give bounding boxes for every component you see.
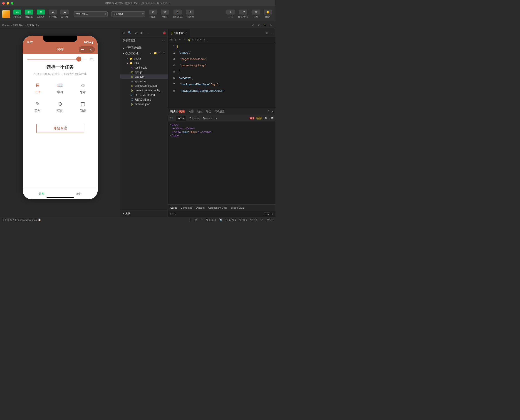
status-errors[interactable]: ⊘ 0 ⚠ 0: [206, 218, 216, 221]
editor-menu-icon[interactable]: ⋯: [271, 31, 273, 35]
messages-button[interactable]: 🔔消息: [262, 9, 273, 19]
tab-more[interactable]: »: [215, 117, 217, 120]
task-think[interactable]: ☺思考: [73, 82, 93, 94]
preview-button[interactable]: 👁预览: [159, 9, 170, 19]
upload-button[interactable]: ⤴上传: [225, 9, 236, 19]
tab-console[interactable]: Console: [190, 117, 199, 120]
task-read[interactable]: ▢阅读: [73, 101, 93, 113]
project-root[interactable]: ▾ CLOCK-M... ＋ 📁 ⟳ ⊟: [120, 51, 168, 56]
nav-forward-icon[interactable]: →: [183, 38, 186, 41]
version-button[interactable]: ⎇版本管理: [237, 9, 249, 19]
error-count[interactable]: ✖ 3: [249, 117, 255, 120]
hot-reload-toggle[interactable]: 热重载 开 ▾: [27, 24, 39, 27]
file-sitemap[interactable]: {}sitemap.json: [120, 102, 168, 106]
compile-button[interactable]: ⟳编译: [148, 9, 158, 19]
collapse-tree-icon[interactable]: ⊟: [163, 52, 165, 55]
collapse-panel-icon[interactable]: ˅: [268, 110, 270, 113]
perf-icon[interactable]: ⏲: [189, 219, 192, 221]
maximize-window-button[interactable]: [11, 2, 13, 5]
close-tab-icon[interactable]: ×: [186, 31, 187, 35]
tab-output[interactable]: 输出: [197, 110, 202, 113]
breadcrumb-more[interactable]: ...: [207, 38, 209, 41]
tab-problems[interactable]: 问题: [189, 110, 194, 113]
inspect-icon[interactable]: ⬚: [170, 117, 173, 120]
task-write[interactable]: ✎写作: [27, 101, 48, 113]
extensions-icon[interactable]: ▣: [140, 31, 143, 35]
file-app-json[interactable]: {}app.json: [120, 75, 168, 79]
devtools-settings-icon[interactable]: ⚙: [265, 117, 267, 120]
refresh-icon[interactable]: ⟳: [251, 23, 256, 28]
close-window-button[interactable]: [2, 2, 5, 5]
file-project-private[interactable]: {}project.private.config...: [120, 88, 168, 93]
outline-section[interactable]: ▸ 大纲: [120, 210, 168, 217]
status-broadcast-icon[interactable]: 📡: [219, 218, 222, 221]
start-focus-button[interactable]: 开始专注: [36, 124, 84, 133]
tab-wxml[interactable]: Wxml: [176, 116, 186, 121]
cloud-button[interactable]: ☁云开发: [59, 9, 70, 19]
device-icon[interactable]: 📱: [263, 23, 267, 28]
styles-filter-input[interactable]: [170, 213, 262, 216]
minimize-window-button[interactable]: [7, 2, 9, 5]
simulator-toggle[interactable]: ▭模拟器: [12, 9, 23, 19]
folder-pages[interactable]: ▸ 📁pages: [120, 56, 168, 61]
refresh-tree-icon[interactable]: ⟳: [159, 52, 161, 55]
search-icon[interactable]: 🔍: [128, 31, 131, 35]
tab-computed[interactable]: Computed: [181, 206, 192, 209]
editor-tab-app-json[interactable]: {}app.json×: [168, 29, 190, 37]
remote-debug-button[interactable]: 📱真机调试: [171, 9, 184, 19]
visualize-toggle[interactable]: ▣可视化: [47, 9, 58, 19]
tab-quality[interactable]: 代码质量: [215, 110, 225, 113]
file-readme-en[interactable]: M↓README.en.md: [120, 93, 168, 97]
git-icon[interactable]: ⎇: [134, 31, 138, 35]
file-readme[interactable]: ⓘREADME.md: [120, 97, 168, 102]
file-app-js[interactable]: JSapp.js: [120, 70, 168, 75]
new-folder-icon[interactable]: 📁: [153, 52, 157, 55]
encoding[interactable]: UTF-8: [250, 218, 257, 222]
more-icon[interactable]: ⋯: [146, 31, 149, 35]
tab-scope-data[interactable]: Scope Data: [231, 206, 244, 209]
task-work[interactable]: 🖥工作: [27, 82, 48, 94]
capsule-buttons[interactable]: •••◎: [79, 46, 95, 53]
wxml-inspector[interactable]: <page> ▸<view>…</view> ▸<view class="clo…: [168, 121, 275, 204]
nav-back-icon[interactable]: ←: [179, 38, 181, 41]
user-avatar[interactable]: [2, 10, 10, 18]
stop-icon[interactable]: ◻: [257, 23, 261, 28]
new-file-icon[interactable]: ＋: [149, 52, 152, 55]
duration-slider[interactable]: 52: [23, 54, 98, 62]
opened-editors-section[interactable]: ▸ 打开的编辑器: [120, 45, 168, 51]
popout-icon[interactable]: ⧉: [269, 23, 273, 28]
split-editor-icon[interactable]: ▥: [266, 31, 268, 35]
eye-icon[interactable]: 👁: [195, 219, 197, 221]
more-status-icon[interactable]: ⋯: [201, 218, 203, 221]
clear-cache-button[interactable]: ≡清缓存: [185, 9, 196, 19]
folder-utils[interactable]: ▸ 📁utils: [120, 61, 168, 65]
cls-button[interactable]: .cls: [264, 212, 270, 216]
debugger-toggle[interactable]: ≡调试器: [35, 9, 46, 19]
tab-debugger[interactable]: 调试器 3, 5: [170, 110, 185, 113]
explorer-menu-icon[interactable]: ⋯: [163, 39, 165, 42]
bug-icon[interactable]: 🐞: [162, 31, 166, 35]
file-eslintrc[interactable]: ●.eslintrc.js: [120, 65, 168, 70]
task-study[interactable]: 📖学习: [50, 82, 70, 94]
bookmark-icon[interactable]: ⎘: [175, 38, 176, 41]
close-panel-icon[interactable]: ×: [272, 110, 273, 113]
tab-styles[interactable]: Styles: [170, 206, 177, 209]
cursor-position[interactable]: 行 1, 列 1: [226, 218, 236, 222]
device-selector[interactable]: iPhone X 85% 16 ▾: [2, 24, 24, 27]
menu-icon[interactable]: •••: [79, 48, 87, 51]
file-app-wxss[interactable]: ⟐app.wxss: [120, 79, 168, 83]
devtools-dock-icon[interactable]: ⧉: [271, 117, 273, 120]
file-project-config[interactable]: {}project.config.json: [120, 83, 168, 88]
indent-setting[interactable]: 空格: 2: [239, 218, 247, 222]
editor-toggle[interactable]: </>编辑器: [24, 9, 35, 19]
tab-terminal[interactable]: 终端: [206, 110, 211, 113]
task-sport[interactable]: ⊕运动: [50, 101, 70, 113]
add-style-icon[interactable]: +: [272, 213, 273, 216]
mode-dropdown[interactable]: 小程序模式: [74, 11, 108, 17]
page-path[interactable]: 页面路径 ▾ | pages/index/index 📋: [2, 218, 41, 222]
files-icon[interactable]: 🗂: [122, 31, 125, 35]
compile-mode-dropdown[interactable]: 普通编译: [111, 11, 145, 17]
devtools-menu-icon[interactable]: ⋮: [268, 117, 271, 120]
tab-component-data[interactable]: Component Data: [208, 206, 227, 209]
language-mode[interactable]: JSON: [267, 218, 273, 222]
